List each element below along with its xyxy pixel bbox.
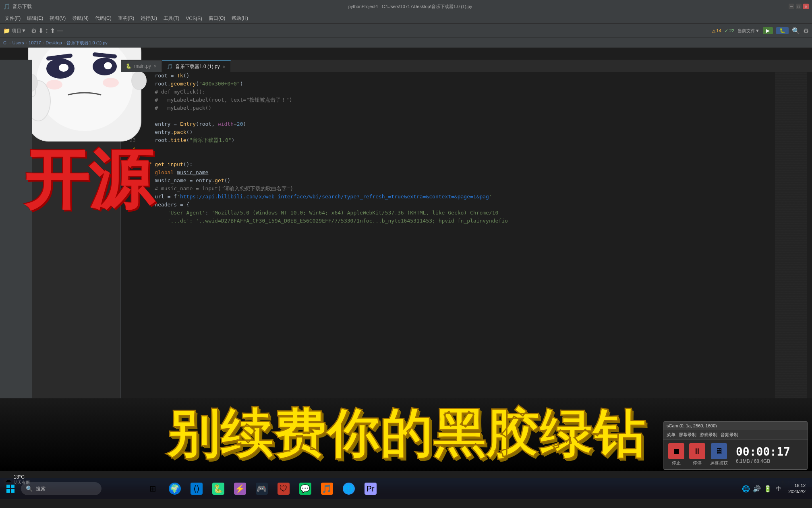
clock[interactable]: 18:12 2023/2/2 — [788, 483, 806, 495]
code-line-29: headers = { — [142, 201, 809, 209]
menu-edit[interactable]: 编辑(E) — [24, 14, 46, 23]
code-editor[interactable]: 13 14 · · · 19 20 21 23 △ — [121, 72, 812, 452]
taskbar-vscode[interactable]: ⟨⟩ — [186, 481, 207, 496]
weather-icon: ☁ — [5, 476, 11, 484]
tab-main[interactable]: 🐍 main.py ✕ — [121, 60, 162, 72]
recorder-menu-screen[interactable]: 屏幕录制 — [679, 432, 696, 438]
toolbar-icon-1[interactable]: ⚙ — [31, 27, 37, 35]
capture-label: 屏幕捕获 — [710, 460, 728, 466]
recorder-pause-btn[interactable]: ⏸ 停停 — [689, 443, 705, 466]
title-bar: 🎵 音乐下载 pythonProject4 - C:\Users\10717\D… — [0, 0, 812, 13]
breadcrumb-file[interactable]: 音乐下载器1.0 (1).py — [66, 40, 107, 46]
editor-tabs: 🐍 main.py ✕ 🎵 音乐下载器1.0 (1).py ✕ — [121, 60, 812, 72]
menu-window[interactable]: 窗口(O) — [205, 14, 228, 23]
menu-vcs[interactable]: VCS(S) — [182, 15, 205, 22]
minimap — [775, 60, 807, 411]
title-bar-left: 🎵 音乐下载 — [3, 3, 32, 10]
toolbar-icon-3[interactable]: ↕ — [45, 27, 48, 34]
recorder-menu-menu[interactable]: 菜单 — [667, 432, 675, 438]
recorder-menu-bar: 菜单 屏幕录制 游戏录制 音频录制 — [663, 430, 808, 440]
tab-main-close[interactable]: ✕ — [153, 64, 157, 69]
menu-code[interactable]: 代码(C) — [92, 14, 115, 23]
taskbar-taskview[interactable]: ⊞ — [143, 481, 163, 496]
code-line-27: # music_name = input("请输入您想下载的歌曲名字") — [142, 185, 809, 193]
clock-date: 2023/2/2 — [788, 489, 806, 495]
toolbar-project-label[interactable]: 项目▼ — [12, 27, 26, 34]
code-line-15: # def myClick(): — [142, 88, 809, 96]
code-line-31: '...dc': '..wwid=D27BFAFFA_CF30_159A_D0E… — [142, 217, 809, 225]
toolbar-icon-5[interactable]: — — [57, 27, 63, 34]
menu-refactor[interactable]: 重构(R) — [115, 14, 138, 23]
toolbar-icon-2[interactable]: ⬇ — [38, 27, 44, 35]
taskbar-search[interactable]: 🔍 搜索 — [21, 482, 102, 495]
code-line-16: # myLabel=Label(root, text="按钮被点击了！") — [142, 96, 809, 104]
recorder-capture-btn[interactable]: 🖥 屏幕捕获 — [710, 443, 728, 466]
menu-navigate[interactable]: 导航(N) — [69, 14, 92, 23]
taskbar-premiere[interactable]: Pr — [360, 481, 381, 496]
sys-tray-volume[interactable]: 🔊 — [752, 484, 762, 493]
taskbar-security[interactable]: 🛡 — [273, 481, 294, 496]
project-item-project4[interactable]: 📁 Project4 C:\User... — [32, 79, 120, 86]
project-item-main[interactable]: 🐍 main.py — [32, 86, 120, 94]
tab-music-label: 音乐下载器1.0 (1).py — [175, 63, 220, 70]
sys-tray-battery[interactable]: 🔋 — [763, 484, 773, 493]
big-yellow-text: 别续费你的黑胶绿钻 — [167, 399, 645, 470]
menu-help[interactable]: 帮助(H) — [228, 14, 251, 23]
recorder-header: sCam (0, 1a, 2560, 1600) — [663, 422, 808, 430]
menu-run[interactable]: 运行(U) — [137, 14, 160, 23]
taskbar-browser[interactable]: 🌐 — [339, 481, 359, 496]
pause-label: 停停 — [693, 460, 702, 466]
menu-file[interactable]: 文件(F) — [2, 14, 24, 23]
sys-tray-network[interactable]: 🌐 — [741, 484, 751, 493]
minimize-button[interactable]: ─ — [789, 4, 794, 9]
screen-recorder: sCam (0, 1a, 2560, 1600) 菜单 屏幕录制 游戏录制 音频… — [663, 421, 808, 470]
recorder-stop-btn[interactable]: ⏹ 停止 — [668, 443, 684, 466]
sys-tray-keyboard[interactable]: 中 — [774, 484, 783, 493]
breadcrumb-users[interactable]: Users — [12, 40, 24, 45]
weather-widget[interactable]: ☁ 13°C 明天有雨 — [2, 473, 33, 487]
toolbar-warnings: △ 14 — [712, 28, 721, 33]
toolbar-file-label[interactable]: 当前文件▼ — [737, 28, 760, 34]
maximize-button[interactable]: □ — [796, 4, 802, 9]
breadcrumb-c[interactable]: C: — [3, 40, 8, 45]
code-line-18 — [142, 112, 809, 120]
recorder-menu-game[interactable]: 游戏录制 — [700, 432, 717, 438]
tab-music-close[interactable]: ✕ — [222, 65, 226, 69]
code-line-17: # myLabel.pack() — [142, 104, 809, 112]
toolbar-search-icon[interactable]: 🔍 — [792, 27, 800, 35]
close-button[interactable]: ✕ — [803, 4, 809, 9]
code-line-19: entry = Entry(root, width=20) — [142, 120, 809, 128]
title-bar-center: pythonProject4 - C:\Users\10717\Desktop\… — [32, 4, 789, 10]
breadcrumb-desktop[interactable]: Desktop — [46, 40, 62, 45]
recorder-menu-audio[interactable]: 音频录制 — [721, 432, 738, 438]
taskbar-wechat[interactable]: 💬 — [295, 481, 315, 496]
taskbar-music[interactable]: 🎵 — [317, 481, 337, 496]
code-line-30: 'User-Agent': 'Mozilla/5.0 (Windows NT 1… — [142, 209, 809, 217]
project-title: 项目 — [43, 62, 53, 69]
weather-info: 13°C 明天有雨 — [14, 474, 30, 485]
toolbar-debug-btn[interactable]: 🐛 — [776, 27, 789, 34]
pause-icon: ⏸ — [689, 443, 705, 459]
taskbar-pycharm[interactable]: 🐍 — [208, 481, 228, 496]
toolbar-project-icon: 📁 — [3, 27, 10, 34]
premiere-icon: Pr — [365, 483, 377, 495]
sidebar — [0, 60, 32, 452]
menu-bar: 文件(F) 编辑(E) 视图(V) 导航(N) 代码(C) 重构(R) 运行(U… — [0, 13, 812, 23]
wechat-taskbar-icon: 💬 — [299, 483, 311, 495]
tab-music[interactable]: 🎵 音乐下载器1.0 (1).py ✕ — [162, 60, 231, 72]
taskbar-edge[interactable]: 🌍 — [165, 481, 185, 496]
toolbar-icon-4[interactable]: ⬆ — [50, 27, 55, 35]
menu-tools[interactable]: 工具(T) — [160, 14, 182, 23]
toolbar-run-btn[interactable]: ▶ — [763, 27, 773, 34]
toolbar-settings-icon[interactable]: ⚙ — [803, 27, 809, 35]
taskbar-ide[interactable]: ⚡ — [230, 481, 250, 496]
breadcrumb-user[interactable]: 10717 — [29, 40, 41, 45]
project-item-py[interactable]: 🐍 pyt... — [32, 71, 120, 79]
browser-taskbar-icon: 🌐 — [343, 483, 355, 495]
project-icon: 📁 — [35, 62, 41, 68]
taskbar-steam[interactable]: 🎮 — [252, 481, 272, 496]
tab-main-icon: 🐍 — [126, 63, 132, 69]
project-pin-icon[interactable]: 📌 — [111, 62, 117, 68]
menu-view[interactable]: 视图(V) — [46, 14, 69, 23]
project-settings-icon[interactable]: ⚙ — [105, 62, 110, 68]
